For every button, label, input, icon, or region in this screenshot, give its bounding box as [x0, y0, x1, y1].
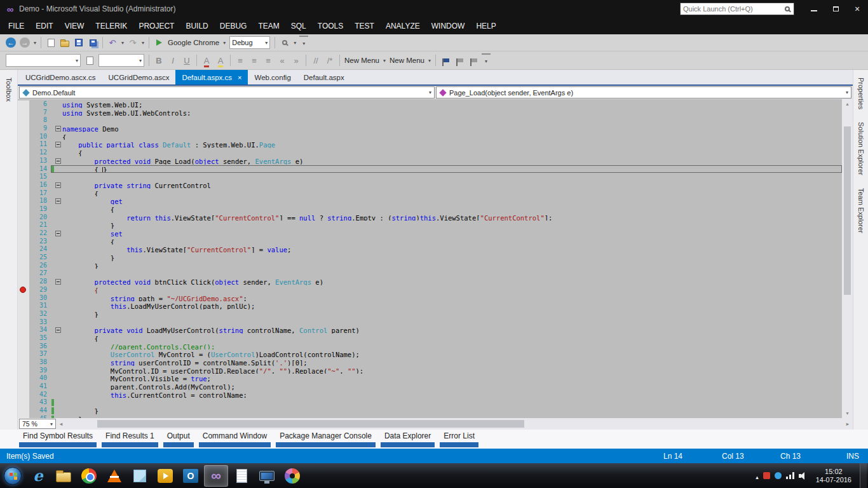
breakpoint-margin[interactable]	[18, 100, 29, 109]
menu-project[interactable]: PROJECT	[133, 18, 180, 34]
horizontal-scroll-thumb[interactable]	[97, 420, 524, 428]
code-line[interactable]: 39 MyControl.ID = userControlID.Replace(…	[18, 367, 842, 375]
code-line[interactable]: 37 UserControl MyControl = (UserControl)…	[18, 350, 842, 358]
breakpoint-margin[interactable]	[18, 197, 29, 205]
fold-collapse-icon[interactable]	[55, 231, 61, 236]
code-line[interactable]: 16 private string CurrentControl	[18, 181, 842, 189]
scroll-left-arrow[interactable]: ◂	[56, 421, 66, 427]
italic-button[interactable]: I	[166, 53, 180, 67]
redo-dropdown[interactable]: ▾	[140, 36, 146, 50]
navigate-forward-button[interactable]: →	[18, 36, 32, 50]
breakpoint-margin[interactable]	[18, 310, 29, 318]
taskbar-sticky-notes[interactable]	[128, 465, 152, 487]
code-line[interactable]: 22 set	[18, 229, 842, 238]
code-line[interactable]: 33	[18, 318, 842, 327]
code-line[interactable]: 43	[18, 398, 842, 407]
code-editor[interactable]: 6using System.Web.UI;7using System.Web.U…	[18, 99, 853, 418]
side-tab-team-explorer[interactable]: Team Explorer	[857, 183, 865, 238]
scroll-down-arrow[interactable]: ▾	[842, 409, 853, 418]
zoom-combo[interactable]: 75 % ▾	[19, 419, 56, 429]
code-line[interactable]: 23 {	[18, 238, 842, 246]
increase-indent-button[interactable]: »	[289, 53, 303, 67]
code-line[interactable]: 9namespace Demo	[18, 125, 842, 133]
bottom-tab-find-symbol-results[interactable]: Find Symbol Results	[19, 430, 97, 447]
bottom-tab-data-explorer[interactable]: Data Explorer	[381, 430, 435, 447]
menu-team[interactable]: TEAM	[252, 18, 285, 34]
code-line[interactable]: 7using System.Web.UI.WebControls;	[18, 109, 842, 117]
code-line[interactable]: 8	[18, 116, 842, 125]
taskbar-computer[interactable]	[255, 465, 279, 487]
breakpoint-margin[interactable]	[18, 181, 29, 189]
underline-button[interactable]: U	[180, 53, 194, 67]
align-left-button[interactable]: ≡	[233, 53, 247, 67]
css-class-combo[interactable]: ▾	[98, 54, 144, 67]
side-tab-properties[interactable]: Properties	[857, 72, 865, 114]
breakpoint-margin[interactable]	[18, 326, 29, 334]
breakpoint-margin[interactable]	[18, 140, 29, 149]
breakpoint-margin[interactable]	[18, 415, 29, 418]
breakpoint-margin[interactable]	[18, 269, 29, 278]
fold-collapse-icon[interactable]	[55, 198, 61, 204]
code-line[interactable]: 14 { }	[18, 165, 842, 173]
breakpoint-margin[interactable]	[18, 383, 29, 391]
navigation-dropdown[interactable]: ▾	[32, 36, 38, 50]
new-menu-2-dropdown[interactable]: ▾	[426, 53, 433, 67]
code-line[interactable]: 20 return this.ViewState["CurrentControl…	[18, 214, 842, 222]
breakpoint-margin[interactable]	[18, 407, 29, 415]
breakpoint-margin[interactable]	[18, 302, 29, 310]
bottom-tab-output[interactable]: Output	[163, 430, 194, 447]
code-line[interactable]: 19 {	[18, 205, 842, 214]
menu-help[interactable]: HELP	[470, 18, 501, 34]
horizontal-scroll-track[interactable]	[66, 418, 843, 430]
breakpoint-margin[interactable]	[18, 398, 29, 407]
breakpoint-margin[interactable]	[18, 358, 29, 367]
taskbar-notepad[interactable]	[229, 465, 254, 487]
code-line[interactable]: 18 get	[18, 197, 842, 205]
close-icon[interactable]: ×	[238, 74, 241, 81]
navigate-back-button[interactable]: ←	[4, 36, 18, 50]
taskbar-start-button[interactable]	[1, 465, 25, 487]
toolbar2-overflow-button[interactable]: ▾	[482, 53, 491, 67]
menu-telerik[interactable]: TELERIK	[90, 18, 133, 34]
fold-collapse-icon[interactable]	[55, 279, 61, 285]
vertical-scroll-track[interactable]	[842, 109, 853, 409]
fold-collapse-icon[interactable]	[55, 142, 61, 147]
taskbar-chrome[interactable]	[77, 465, 101, 487]
fold-collapse-icon[interactable]	[55, 158, 61, 164]
code-line[interactable]: 38 string userControlID = controlName.Sp…	[18, 358, 842, 367]
style-application-button[interactable]	[83, 53, 97, 67]
code-line[interactable]: 28 protected void btnClick_Click(object …	[18, 278, 842, 286]
new-menu-2-label[interactable]: New Menu	[388, 57, 426, 64]
taskbar-clock[interactable]: 15:02 14-07-2016	[816, 468, 851, 484]
bottom-tab-find-results-1[interactable]: Find Results 1	[102, 430, 158, 447]
browse-target-label[interactable]: Google Chrome	[166, 39, 221, 46]
bottom-tab-command-window[interactable]: Command Window	[199, 430, 271, 447]
fold-collapse-icon[interactable]	[55, 327, 61, 333]
menu-window[interactable]: WINDOW	[426, 18, 471, 34]
code-line[interactable]: 34 private void LoadMyUserControl(string…	[18, 326, 842, 334]
breakpoint-margin[interactable]	[18, 165, 29, 173]
menu-analyze[interactable]: ANALYZE	[380, 18, 426, 34]
uncomment-button[interactable]: /*	[323, 53, 337, 67]
code-line[interactable]: 24 this.ViewState["CurrentControl"] = va…	[18, 245, 842, 254]
quick-launch-box[interactable]	[680, 3, 794, 15]
quick-launch-input[interactable]	[683, 5, 785, 13]
tab-default-aspx[interactable]: Default.aspx	[297, 70, 351, 85]
code-line[interactable]: 12 {	[18, 149, 842, 157]
code-line[interactable]: 11 public partial class Default : System…	[18, 140, 842, 149]
breakpoint-margin[interactable]	[18, 374, 29, 383]
code-line[interactable]: 30 string path = "~/UCGridDemo.ascx";	[18, 294, 842, 302]
fold-collapse-icon[interactable]	[55, 126, 61, 132]
code-line[interactable]: 36 //parent.Controls.Clear();	[18, 342, 842, 351]
taskbar-outlook[interactable]	[179, 465, 203, 487]
show-desktop-button[interactable]	[860, 463, 867, 488]
breakpoint-margin[interactable]	[18, 173, 29, 181]
vertical-scroll-thumb[interactable]	[844, 126, 851, 294]
breakpoint-margin[interactable]	[18, 350, 29, 358]
taskbar-vlc[interactable]	[102, 465, 126, 487]
breakpoint-margin[interactable]	[18, 238, 29, 246]
code-line[interactable]: 35 {	[18, 334, 842, 342]
breakpoint-margin[interactable]	[18, 189, 29, 198]
bottom-tab-error-list[interactable]: Error List	[440, 430, 478, 447]
scroll-right-arrow[interactable]: ▸	[843, 421, 853, 427]
